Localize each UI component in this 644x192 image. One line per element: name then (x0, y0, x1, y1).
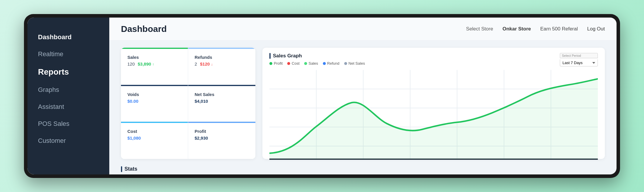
sales-dot (304, 62, 307, 65)
chart-title-area: Sales Graph Profit Cost (269, 53, 365, 66)
sales-trend-icon: ↑ (152, 62, 154, 66)
legend-sales: Sales (304, 61, 318, 66)
sidebar-item-realtime[interactable]: Realtime (27, 46, 109, 62)
sidebar-item-pos-sales[interactable]: POS Sales (27, 116, 109, 132)
chart-legend: Profit Cost Sales (269, 61, 365, 66)
cost-bar (121, 122, 188, 123)
refunds-value: 2 $120 ↓ (195, 61, 249, 66)
sidebar-item-graphs[interactable]: Graphs (27, 82, 109, 98)
period-select-label: Select Period (560, 53, 598, 58)
chart-area (269, 70, 598, 165)
stat-card-refunds: Refunds 2 $120 ↓ (188, 48, 255, 85)
period-select[interactable]: Last 7 Days Last 30 Days Last 90 Days Th… (560, 59, 598, 66)
legend-refund: Refund (323, 61, 340, 66)
legend-profit: Profit (269, 61, 283, 66)
voids-bar (121, 85, 188, 86)
select-store-link[interactable]: Select Store (466, 26, 493, 32)
voids-value: $0.00 (127, 99, 181, 104)
sidebar-item-reports[interactable]: Reports (27, 63, 109, 81)
cost-amount: $1,080 (127, 136, 141, 140)
page-title: Dashboard (121, 24, 167, 34)
sales-count: 120 (127, 61, 135, 66)
earn-referal-link[interactable]: Earn 500 Referal (540, 26, 578, 32)
device-screen: Dashboard Realtime Reports Graphs Assist… (27, 18, 617, 174)
legend-net-sales: Net Sales (344, 61, 365, 66)
cost-value: $1,080 (127, 136, 181, 140)
refunds-trend-icon: ↓ (211, 62, 213, 66)
profit-amount: $2,930 (195, 136, 208, 140)
refunds-count: 2 (195, 61, 197, 66)
period-select-wrapper: Select Period Last 7 Days Last 30 Days L… (560, 53, 598, 66)
sidebar-item-dashboard[interactable]: Dashboard (27, 29, 109, 45)
chart-title: Sales Graph (269, 53, 365, 59)
device-frame: Dashboard Realtime Reports Graphs Assist… (24, 14, 620, 178)
profit-dot (269, 62, 272, 65)
cost-label: Cost (127, 129, 181, 134)
stat-card-cost: Cost $1,080 (121, 122, 188, 159)
chart-title-bar-icon (269, 53, 271, 59)
stat-card-voids: Voids $0.00 (121, 85, 188, 122)
sidebar-item-assistant[interactable]: Assistant (27, 99, 109, 115)
legend-cost: Cost (287, 61, 300, 66)
profit-bar (188, 122, 255, 123)
profit-label: Profit (195, 129, 249, 134)
stats-title-bar-icon (121, 166, 122, 172)
stats-section-title: Stats (121, 166, 605, 172)
voids-label: Voids (127, 92, 181, 97)
header-nav: Select Store Onkar Store Earn 500 Refera… (466, 26, 605, 32)
stats-grid: Sales 120 $3,890 ↑ Refunds 2 $12 (121, 48, 255, 159)
net-sales-bar (188, 85, 255, 86)
chart-header: Sales Graph Profit Cost (269, 53, 598, 66)
header: Dashboard Select Store Onkar Store Earn … (109, 18, 617, 41)
refund-dot (323, 62, 326, 65)
sales-graph-svg (269, 70, 598, 165)
voids-amount: $0.00 (127, 99, 139, 104)
sales-area (269, 79, 598, 159)
cost-dot (287, 62, 290, 65)
refunds-label: Refunds (195, 55, 249, 60)
net-sales-amount: $4,010 (195, 99, 208, 104)
logout-button[interactable]: Log Out (587, 26, 605, 32)
refunds-bar (188, 48, 255, 49)
net-sales-dot (344, 62, 347, 65)
stat-card-net-sales: Net Sales $4,010 (188, 85, 255, 122)
sidebar-item-customer[interactable]: Customer (27, 133, 109, 149)
sales-label: Sales (127, 55, 181, 60)
profit-value: $2,930 (195, 136, 249, 140)
refunds-amount: $120 (200, 61, 210, 66)
main-content: Dashboard Select Store Onkar Store Earn … (109, 18, 617, 174)
net-sales-label: Net Sales (195, 92, 249, 97)
sales-amount: $3,890 (138, 61, 151, 66)
sidebar: Dashboard Realtime Reports Graphs Assist… (27, 18, 109, 174)
store-name[interactable]: Onkar Store (503, 26, 531, 32)
net-sales-value: $4,010 (195, 99, 249, 104)
stat-card-sales: Sales 120 $3,890 ↑ (121, 48, 188, 85)
stat-card-profit: Profit $2,930 (188, 122, 255, 159)
sales-bar (121, 48, 188, 49)
stats-section: Stats (109, 166, 617, 174)
sales-value: 120 $3,890 ↑ (127, 61, 181, 66)
chart-section: Sales Graph Profit Cost (262, 48, 605, 159)
dashboard-body: Sales 120 $3,890 ↑ Refunds 2 $12 (109, 41, 617, 166)
